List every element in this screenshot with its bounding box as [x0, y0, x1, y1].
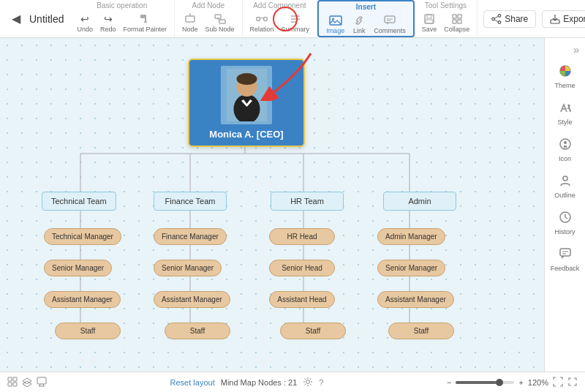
- technical-senior-manager-label: Senior Manager: [52, 264, 104, 272]
- admin-manager-node[interactable]: Admin Manager: [377, 228, 445, 245]
- summary-icon: [289, 12, 302, 26]
- svg-rect-2: [144, 21, 147, 23]
- outline-icon: [559, 174, 572, 190]
- admin-team-node[interactable]: Admin: [383, 192, 456, 211]
- comments-icon: [383, 14, 396, 27]
- technical-senior-manager-node[interactable]: Senior Manager: [44, 260, 112, 276]
- technical-team-node[interactable]: Technical Team: [42, 192, 116, 211]
- admin-assistant-manager-node[interactable]: Assistant Manager: [377, 291, 454, 308]
- svg-rect-73: [8, 382, 12, 386]
- zoom-level: 120%: [528, 378, 548, 387]
- svg-point-10: [264, 18, 268, 21]
- hr-senior-head-node[interactable]: Senior Head: [269, 260, 335, 276]
- link-label: Link: [353, 27, 366, 34]
- ceo-node[interactable]: Monica A. [CEO]: [188, 59, 305, 147]
- icon-label: Icon: [559, 155, 571, 162]
- zoom-in-button[interactable]: +: [518, 378, 523, 387]
- group-items-insert: Image Link Comments: [323, 12, 409, 36]
- undo-icon: ↩: [78, 12, 91, 26]
- admin-staff-node[interactable]: Staff: [388, 323, 454, 339]
- finance-staff-label: Staff: [190, 327, 205, 335]
- svg-rect-74: [13, 382, 17, 386]
- sidebar-item-outline[interactable]: Outline: [545, 168, 585, 205]
- history-icon: [559, 211, 572, 227]
- zoom-slider[interactable]: [456, 381, 514, 384]
- toolbar-group-tool-settings: Tool Settings Save Collapse: [415, 0, 478, 37]
- finance-manager-node[interactable]: Finance Manager: [154, 228, 227, 245]
- save-label: Save: [422, 26, 437, 33]
- link-button[interactable]: Link: [349, 12, 369, 36]
- hr-assistant-head-node[interactable]: Assistant Head: [269, 291, 335, 308]
- svg-line-30: [494, 20, 498, 22]
- format-painter-button[interactable]: Format Painter: [121, 11, 170, 34]
- svg-line-67: [565, 217, 567, 219]
- comments-button[interactable]: Comments: [371, 12, 409, 36]
- comments-label: Comments: [374, 27, 406, 34]
- share-button[interactable]: Share: [483, 10, 536, 28]
- theme-icon: [559, 64, 572, 80]
- image-button[interactable]: Image: [323, 12, 347, 36]
- sub-node-button[interactable]: Sub Node: [203, 11, 238, 34]
- collapse-button[interactable]: Collapse: [441, 11, 472, 34]
- undo-button[interactable]: ↩ Undo: [74, 11, 96, 34]
- toolbar: ◀ Untitled Basic operation ↩ Undo ↪ Redo: [0, 0, 585, 38]
- settings-icon[interactable]: [303, 377, 313, 388]
- fullscreen-icon[interactable]: [567, 377, 578, 388]
- hr-staff-node[interactable]: Staff: [280, 323, 346, 339]
- fit-view-icon[interactable]: [553, 377, 563, 388]
- question-icon[interactable]: ?: [319, 378, 323, 387]
- sidebar-item-feedback[interactable]: Feedback: [545, 241, 585, 278]
- ceo-name: Monica A. [CEO]: [209, 129, 283, 140]
- app-title: Untitled: [29, 13, 64, 25]
- group-label-add-node: Add Node: [192, 1, 224, 10]
- svg-rect-71: [8, 377, 12, 381]
- sidebar-item-theme[interactable]: Theme: [545, 59, 585, 95]
- bottom-bar-right: − + 120%: [447, 377, 578, 388]
- svg-rect-68: [560, 249, 570, 256]
- sidebar-item-style[interactable]: Style: [545, 95, 585, 132]
- feedback-icon: [559, 247, 572, 263]
- nodes-count: Mind Map Nodes : 21: [221, 378, 298, 387]
- svg-rect-72: [13, 377, 17, 381]
- admin-senior-manager-node[interactable]: Senior Manager: [377, 260, 445, 276]
- back-button[interactable]: ◀: [9, 10, 23, 27]
- technical-assistant-manager-node[interactable]: Assistant Manager: [44, 291, 121, 308]
- sidebar-item-icon[interactable]: Icon: [545, 132, 585, 168]
- hr-team-node[interactable]: HR Team: [271, 192, 344, 211]
- node-label: Node: [182, 26, 198, 33]
- admin-senior-manager-label: Senior Manager: [385, 264, 437, 272]
- group-label-add-component: Add Component: [253, 1, 306, 10]
- finance-senior-manager-node[interactable]: Senior Manager: [154, 260, 222, 276]
- summary-button[interactable]: Summary: [279, 11, 313, 34]
- sidebar-item-history[interactable]: History: [545, 205, 585, 241]
- undo-label: Undo: [77, 26, 93, 33]
- relation-button[interactable]: Relation: [247, 11, 277, 34]
- collapse-icon: [450, 12, 464, 26]
- ceo-photo: [221, 66, 272, 124]
- sidebar-collapse-button[interactable]: »: [570, 41, 582, 59]
- redo-button[interactable]: ↪ Redo: [97, 11, 119, 34]
- finance-assistant-manager-node[interactable]: Assistant Manager: [154, 291, 230, 308]
- technical-staff-node[interactable]: Staff: [55, 323, 121, 339]
- hr-head-node[interactable]: HR Head: [269, 228, 335, 245]
- technical-manager-node[interactable]: Technical Manager: [44, 228, 121, 245]
- icon-icon: [559, 137, 572, 154]
- toolbar-group-basic: Basic operation ↩ Undo ↪ Redo Format Pai…: [69, 0, 175, 37]
- reset-layout-button[interactable]: Reset layout: [170, 378, 215, 387]
- svg-point-9: [257, 18, 260, 21]
- sub-node-label: Sub Node: [205, 26, 235, 33]
- canvas[interactable]: Monica A. [CEO] Technical Team Technical…: [0, 38, 544, 372]
- node-button[interactable]: Node: [179, 11, 201, 34]
- hr-senior-head-label: Senior Head: [282, 264, 322, 272]
- toolbar-left: ◀ Untitled: [3, 0, 69, 37]
- svg-rect-3: [186, 16, 195, 22]
- layers-icon: [22, 377, 32, 388]
- finance-staff-node[interactable]: Staff: [165, 323, 230, 339]
- zoom-out-button[interactable]: −: [447, 378, 451, 387]
- redo-label: Redo: [100, 26, 116, 33]
- finance-team-node[interactable]: Finance Team: [154, 192, 227, 211]
- export-button[interactable]: Export: [542, 10, 585, 28]
- group-items-add-component: Relation Summary: [247, 11, 313, 34]
- save-button[interactable]: Save: [419, 11, 440, 34]
- svg-line-29: [494, 16, 498, 18]
